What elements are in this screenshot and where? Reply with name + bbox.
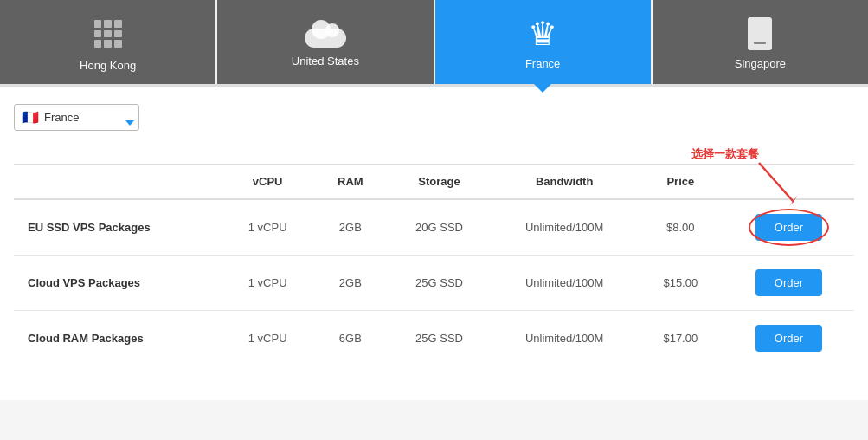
row2-storage: 25G SSD [387,256,491,311]
col-bandwidth: Bandwidth [492,165,638,200]
order-button-row2[interactable]: Order [755,269,822,296]
svg-line-0 [759,163,794,202]
tab-hong-kong-label: Hong Kong [80,59,136,72]
cloud-icon [305,20,346,48]
country-select[interactable]: 🇫🇷 France [14,104,139,131]
col-ram: RAM [313,165,387,200]
table-row: Cloud VPS Packages 1 vCPU 2GB 25G SSD Un… [14,256,854,311]
tab-singapore[interactable]: Singapore [653,0,868,84]
table-row: Cloud RAM Packages 1 vCPU 6GB 25G SSD Un… [14,311,854,366]
annotation-text: 选择一款套餐 [691,146,759,162]
order-button-row3[interactable]: Order [755,325,822,352]
row3-storage: 25G SSD [387,311,491,366]
row2-name: Cloud VPS Packages [14,256,222,311]
packages-table: vCPU RAM Storage Bandwidth Price EU SSD … [14,164,854,366]
server-icon [90,16,126,52]
row1-ram: 2GB [313,199,387,256]
row1-price: $8.00 [638,199,723,256]
storage-icon [748,17,772,50]
tab-united-states-label: United States [292,55,359,68]
content-area: 🇫🇷 France 选择一款套餐 vCPU RAM Storage Bandwi… [0,87,868,400]
order-button-row1[interactable]: Order [755,214,822,241]
col-price: Price [638,165,723,200]
tab-france[interactable]: ♛ France [435,0,653,84]
row2-bandwidth: Unlimited/100M [492,256,638,311]
table-row: EU SSD VPS Packages 1 vCPU 2GB 20G SSD U… [14,199,854,256]
row3-name: Cloud RAM Packages [14,311,222,366]
row2-vcpu: 1 vCPU [222,256,313,311]
row2-ram: 2GB [313,256,387,311]
row3-bandwidth: Unlimited/100M [492,311,638,366]
row1-name: EU SSD VPS Packages [14,199,222,256]
col-storage: Storage [387,165,491,200]
crown-icon: ♛ [528,17,557,50]
country-select-row: 🇫🇷 France [14,104,854,131]
country-label: France [44,111,79,124]
tab-singapore-label: Singapore [735,57,786,70]
row3-action: Order [723,311,854,366]
tab-hong-kong[interactable]: Hong Kong [0,0,217,84]
row2-price: $15.00 [638,256,723,311]
top-tabs-container: Hong Kong United States ♛ France Singapo… [0,0,868,87]
tab-united-states[interactable]: United States [217,0,434,84]
country-flag: 🇫🇷 [22,109,39,126]
tab-france-label: France [525,57,560,70]
row3-price: $17.00 [638,311,723,366]
col-vcpu: vCPU [222,165,313,200]
row1-storage: 20G SSD [387,199,491,256]
row2-action: Order [723,256,854,311]
row1-bandwidth: Unlimited/100M [492,199,638,256]
svg-marker-1 [789,195,798,206]
row3-ram: 6GB [313,311,387,366]
annotation-row: 选择一款套餐 [14,146,854,162]
annotation-arrow-icon [750,159,802,210]
row1-vcpu: 1 vCPU [222,199,313,256]
row3-vcpu: 1 vCPU [222,311,313,366]
tab-france-arrow [534,84,551,93]
select-chevron-icon [125,120,134,126]
col-name [14,165,222,200]
